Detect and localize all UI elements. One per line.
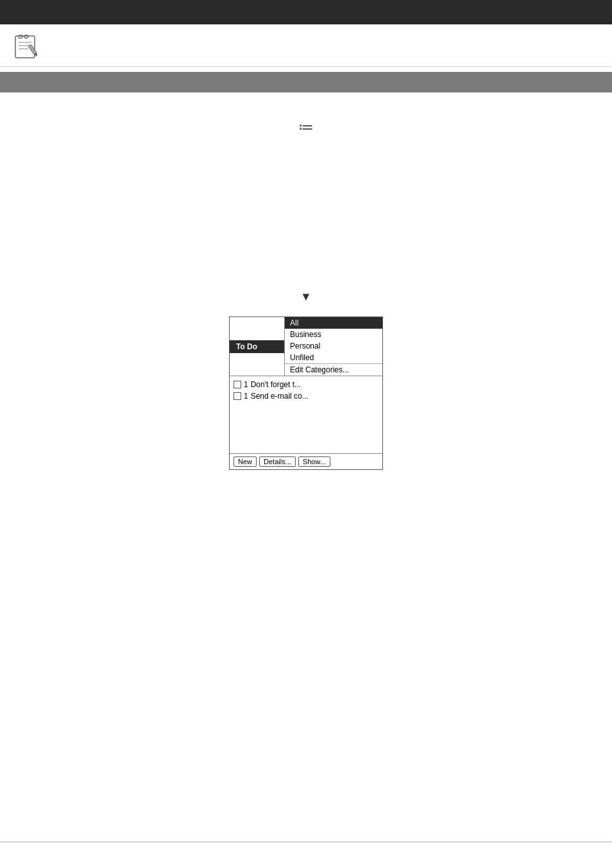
todo-item-2: 1 Send e-mail co... [234,390,378,402]
details-button[interactable]: Details... [259,456,296,467]
todo-priority-2: 1 [244,392,248,401]
bottom-divider [0,842,612,842]
todo-body: 1 Don't forget t... 1 Send e-mail co... [230,376,382,453]
todo-categories-dropdown[interactable]: All Business Personal Unfiled Edit Categ… [284,317,382,376]
content-area: ≔ [0,92,612,162]
app-logo-icon [10,32,42,61]
triangle-down-icon: ▼ [300,290,312,304]
list-icon-area: ≔ [10,105,602,149]
todo-header: To Do All Business Personal Unfiled Edit… [230,317,382,376]
todo-text-2: Send e-mail co... [251,392,309,401]
todo-checkbox-2[interactable] [234,392,241,400]
section-bar [0,72,612,92]
category-business[interactable]: Business [285,329,382,340]
todo-widget-title: To Do [230,340,284,353]
dropdown-indicator: ▼ [0,290,612,304]
todo-text-1: Don't forget t... [251,380,301,389]
todo-footer: New Details... Show... [230,453,382,469]
todo-widget-container: To Do All Business Personal Unfiled Edit… [0,317,612,470]
show-button[interactable]: Show... [298,456,330,467]
todo-priority-1: 1 [244,380,248,389]
logo-area [0,24,612,67]
list-lines-icon: ≔ [298,118,314,136]
new-button[interactable]: New [234,456,257,467]
category-all[interactable]: All [285,317,382,329]
category-personal[interactable]: Personal [285,340,382,352]
category-edit[interactable]: Edit Categories... [285,363,382,376]
todo-widget: To Do All Business Personal Unfiled Edit… [229,317,383,470]
todo-checkbox-1[interactable] [234,381,241,388]
category-unfiled[interactable]: Unfiled [285,352,382,363]
todo-item-1: 1 Don't forget t... [234,379,378,390]
top-bar [0,0,612,24]
